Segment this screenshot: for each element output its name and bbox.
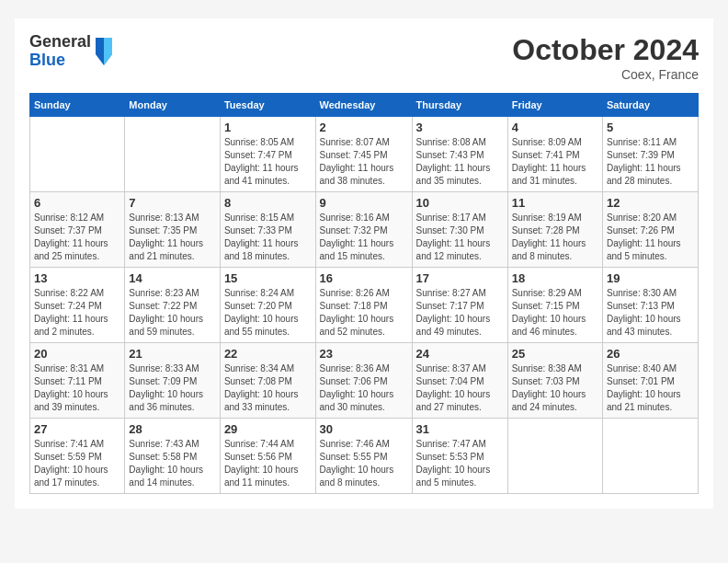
- calendar-week-row-5: 27Sunrise: 7:41 AMSunset: 5:59 PMDayligh…: [30, 419, 699, 494]
- day-number: 29: [224, 422, 312, 436]
- day-info: Sunrise: 8:38 AMSunset: 7:03 PMDaylight:…: [512, 362, 598, 414]
- day-info: Sunrise: 8:23 AMSunset: 7:22 PMDaylight:…: [129, 287, 216, 339]
- calendar-week-row-1: 1Sunrise: 8:05 AMSunset: 7:47 PMDaylight…: [30, 117, 699, 192]
- calendar-cell: 24Sunrise: 8:37 AMSunset: 7:04 PMDayligh…: [412, 343, 507, 419]
- day-info: Sunrise: 8:17 AMSunset: 7:30 PMDaylight:…: [416, 212, 504, 263]
- day-number: 17: [416, 271, 504, 285]
- day-number: 26: [607, 347, 694, 361]
- calendar-cell: [507, 419, 602, 494]
- logo: General Blue: [29, 33, 114, 70]
- calendar-cell: 31Sunrise: 7:47 AMSunset: 5:53 PMDayligh…: [412, 419, 507, 494]
- calendar-cell: 22Sunrise: 8:34 AMSunset: 7:08 PMDayligh…: [220, 343, 315, 419]
- calendar-cell: 12Sunrise: 8:20 AMSunset: 7:26 PMDayligh…: [603, 192, 699, 268]
- calendar-cell: 23Sunrise: 8:36 AMSunset: 7:06 PMDayligh…: [315, 343, 412, 419]
- day-info: Sunrise: 8:34 AMSunset: 7:08 PMDaylight:…: [224, 362, 312, 414]
- day-number: 3: [416, 121, 504, 134]
- day-number: 14: [129, 271, 216, 285]
- day-number: 16: [320, 271, 408, 285]
- day-number: 22: [224, 347, 312, 361]
- calendar-cell: 9Sunrise: 8:16 AMSunset: 7:32 PMDaylight…: [315, 192, 412, 268]
- calendar-cell: 7Sunrise: 8:13 AMSunset: 7:35 PMDaylight…: [125, 192, 221, 268]
- day-info: Sunrise: 8:20 AMSunset: 7:26 PMDaylight:…: [607, 212, 694, 263]
- day-info: Sunrise: 8:31 AMSunset: 7:11 PMDaylight:…: [34, 362, 120, 414]
- calendar-cell: 15Sunrise: 8:24 AMSunset: 7:20 PMDayligh…: [220, 268, 315, 343]
- day-info: Sunrise: 8:30 AMSunset: 7:13 PMDaylight:…: [607, 287, 694, 339]
- day-info: Sunrise: 8:40 AMSunset: 7:01 PMDaylight:…: [607, 362, 694, 414]
- day-number: 9: [320, 196, 408, 210]
- day-info: Sunrise: 8:37 AMSunset: 7:04 PMDaylight:…: [416, 362, 504, 414]
- day-info: Sunrise: 8:33 AMSunset: 7:09 PMDaylight:…: [129, 362, 216, 414]
- day-number: 13: [34, 271, 120, 285]
- logo-blue: Blue: [29, 52, 91, 70]
- calendar-cell: 16Sunrise: 8:26 AMSunset: 7:18 PMDayligh…: [315, 268, 412, 343]
- calendar-cell: 17Sunrise: 8:27 AMSunset: 7:17 PMDayligh…: [412, 268, 507, 343]
- calendar-cell: 4Sunrise: 8:09 AMSunset: 7:41 PMDaylight…: [507, 117, 602, 192]
- day-info: Sunrise: 8:08 AMSunset: 7:43 PMDaylight:…: [416, 136, 504, 188]
- calendar-cell: 8Sunrise: 8:15 AMSunset: 7:33 PMDaylight…: [220, 192, 315, 268]
- day-info: Sunrise: 8:26 AMSunset: 7:18 PMDaylight:…: [320, 287, 408, 339]
- calendar-cell: 3Sunrise: 8:08 AMSunset: 7:43 PMDaylight…: [412, 117, 507, 192]
- col-friday: Friday: [507, 94, 602, 117]
- day-info: Sunrise: 8:24 AMSunset: 7:20 PMDaylight:…: [224, 287, 312, 339]
- day-info: Sunrise: 7:44 AMSunset: 5:56 PMDaylight:…: [224, 438, 312, 489]
- calendar-week-row-2: 6Sunrise: 8:12 AMSunset: 7:37 PMDaylight…: [30, 192, 699, 268]
- logo-text: General Blue: [29, 33, 91, 70]
- col-tuesday: Tuesday: [220, 94, 315, 117]
- calendar-cell: 25Sunrise: 8:38 AMSunset: 7:03 PMDayligh…: [507, 343, 602, 419]
- day-info: Sunrise: 7:43 AMSunset: 5:58 PMDaylight:…: [129, 438, 216, 489]
- day-info: Sunrise: 7:41 AMSunset: 5:59 PMDaylight:…: [34, 438, 120, 489]
- calendar-cell: 10Sunrise: 8:17 AMSunset: 7:30 PMDayligh…: [412, 192, 507, 268]
- title-area: October 2024 Coex, France: [512, 33, 699, 82]
- day-info: Sunrise: 8:36 AMSunset: 7:06 PMDaylight:…: [320, 362, 408, 414]
- day-number: 4: [512, 121, 598, 134]
- calendar-cell: 1Sunrise: 8:05 AMSunset: 7:47 PMDaylight…: [220, 117, 315, 192]
- calendar-cell: 21Sunrise: 8:33 AMSunset: 7:09 PMDayligh…: [125, 343, 221, 419]
- day-info: Sunrise: 8:16 AMSunset: 7:32 PMDaylight:…: [320, 212, 408, 263]
- logo-general: General: [29, 33, 91, 52]
- day-info: Sunrise: 8:22 AMSunset: 7:24 PMDaylight:…: [34, 287, 120, 339]
- day-info: Sunrise: 7:46 AMSunset: 5:55 PMDaylight:…: [320, 438, 408, 489]
- day-number: 18: [512, 271, 598, 285]
- calendar-cell: 2Sunrise: 8:07 AMSunset: 7:45 PMDaylight…: [315, 117, 412, 192]
- day-number: 8: [224, 196, 312, 210]
- day-number: 30: [320, 422, 408, 436]
- calendar-cell: 20Sunrise: 8:31 AMSunset: 7:11 PMDayligh…: [30, 343, 125, 419]
- day-info: Sunrise: 8:11 AMSunset: 7:39 PMDaylight:…: [607, 136, 694, 188]
- day-number: 24: [416, 347, 504, 361]
- calendar-cell: [30, 117, 125, 192]
- calendar-cell: 27Sunrise: 7:41 AMSunset: 5:59 PMDayligh…: [30, 419, 125, 494]
- day-number: 10: [416, 196, 504, 210]
- day-number: 1: [224, 121, 312, 134]
- day-number: 7: [129, 196, 216, 210]
- calendar-cell: 11Sunrise: 8:19 AMSunset: 7:28 PMDayligh…: [507, 192, 602, 268]
- day-number: 31: [416, 422, 504, 436]
- day-number: 2: [320, 121, 408, 134]
- month-title: October 2024: [512, 33, 699, 67]
- day-number: 5: [607, 121, 694, 134]
- calendar-cell: 13Sunrise: 8:22 AMSunset: 7:24 PMDayligh…: [30, 268, 125, 343]
- calendar-week-row-4: 20Sunrise: 8:31 AMSunset: 7:11 PMDayligh…: [30, 343, 699, 419]
- day-number: 12: [607, 196, 694, 210]
- col-monday: Monday: [125, 94, 221, 117]
- day-info: Sunrise: 8:07 AMSunset: 7:45 PMDaylight:…: [320, 136, 408, 188]
- day-number: 23: [320, 347, 408, 361]
- calendar-week-row-3: 13Sunrise: 8:22 AMSunset: 7:24 PMDayligh…: [30, 268, 699, 343]
- calendar-cell: 30Sunrise: 7:46 AMSunset: 5:55 PMDayligh…: [315, 419, 412, 494]
- day-info: Sunrise: 7:47 AMSunset: 5:53 PMDaylight:…: [416, 438, 504, 489]
- page-container: General Blue October 2024 Coex, France S…: [15, 18, 713, 509]
- location: Coex, France: [512, 67, 699, 82]
- day-number: 19: [607, 271, 694, 285]
- day-number: 20: [34, 347, 120, 361]
- day-number: 25: [512, 347, 598, 361]
- day-info: Sunrise: 8:19 AMSunset: 7:28 PMDaylight:…: [512, 212, 598, 263]
- calendar-cell: [125, 117, 221, 192]
- day-info: Sunrise: 8:09 AMSunset: 7:41 PMDaylight:…: [512, 136, 598, 188]
- calendar-table: Sunday Monday Tuesday Wednesday Thursday…: [29, 93, 699, 494]
- day-number: 11: [512, 196, 598, 210]
- logo-icon: [94, 36, 114, 67]
- calendar-cell: 19Sunrise: 8:30 AMSunset: 7:13 PMDayligh…: [603, 268, 699, 343]
- day-number: 21: [129, 347, 216, 361]
- day-number: 6: [34, 196, 120, 210]
- day-number: 27: [34, 422, 120, 436]
- day-info: Sunrise: 8:13 AMSunset: 7:35 PMDaylight:…: [129, 212, 216, 263]
